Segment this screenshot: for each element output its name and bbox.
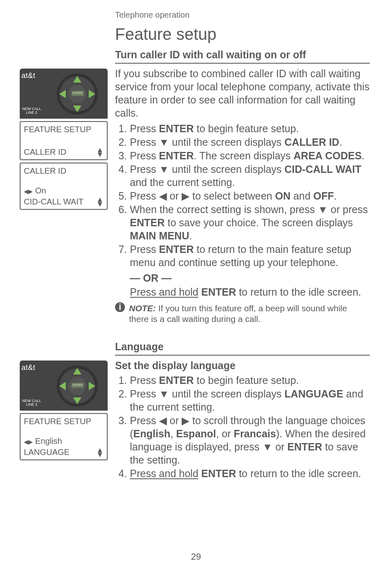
lcd-line: CALLER ID <box>24 147 66 158</box>
phone-illustration: at&t NEW CALLLINE 2 <box>20 361 108 411</box>
up-down-icon: ▲▼ <box>96 198 104 207</box>
lcd-screen-language: FEATURE SETUP ◀▶ English LANGUAGE ▲▼ <box>20 413 108 460</box>
step: When the correct setting is shown, press… <box>130 203 370 242</box>
lcd-line: FEATURE SETUP <box>24 124 104 135</box>
line-button-label: NEW CALLLINE 2 <box>22 107 41 115</box>
left-right-icon: ◀▶ <box>24 439 33 445</box>
step: Press ENTER to begin feature setup. <box>130 122 370 135</box>
subsection-heading: Set the display language <box>115 359 370 372</box>
nav-up-icon <box>73 368 81 374</box>
step: Press ENTER to begin feature setup. <box>130 374 370 387</box>
nav-left-icon <box>59 90 66 98</box>
lcd-line: English <box>35 436 62 446</box>
step: Press ◀ or ▶ to scroll through the langu… <box>130 414 370 466</box>
nav-down-icon <box>73 397 81 404</box>
lcd-line: CALLER ID <box>24 166 104 177</box>
nav-right-icon <box>89 90 95 98</box>
left-right-icon: ◀▶ <box>24 188 33 195</box>
line-button-label: NEW CALLLINE 2 <box>22 399 41 407</box>
up-down-icon: ▲▼ <box>96 448 104 457</box>
note-block: i NOTE: If you turn this feature off, a … <box>115 303 370 325</box>
up-down-icon: ▲▼ <box>96 148 104 157</box>
step: Press ENTER to return to the main featur… <box>130 243 370 299</box>
nav-up-icon <box>73 76 81 83</box>
step: Press ▼ until the screen displays LANGUA… <box>130 387 370 413</box>
nav-down-icon <box>73 106 81 112</box>
note-text: If you turn this feature off, a beep wil… <box>129 303 347 324</box>
lcd-screen-feature-setup: FEATURE SETUP CALLER ID ▲▼ <box>20 121 108 160</box>
phone-illustration: at&t NEW CALLLINE 2 <box>20 69 108 119</box>
step: Press and hold ENTER to return to the id… <box>130 467 370 480</box>
navigation-dpad <box>57 365 98 407</box>
nav-right-icon <box>89 382 95 390</box>
brand-logo: at&t <box>21 363 35 372</box>
page-number: 29 <box>0 551 392 563</box>
info-icon: i <box>115 302 125 312</box>
page-title: Feature setup <box>115 24 370 45</box>
note-label: NOTE: <box>129 303 156 313</box>
step: Press ▼ until the screen displays CID-CA… <box>130 163 370 189</box>
step: Press ENTER. The screen displays AREA CO… <box>130 149 370 162</box>
lcd-line: FEATURE SETUP <box>24 416 104 427</box>
section-heading-language: Language <box>115 340 370 356</box>
lcd-line: CID-CALL WAIT <box>24 197 83 207</box>
brand-logo: at&t <box>21 71 35 80</box>
lcd-screen-caller-id: CALLER ID ◀▶ On CID-CALL WAIT ▲▼ <box>20 163 108 210</box>
step: Press ▼ until the screen displays CALLER… <box>130 136 370 149</box>
section-heading-cid: Turn caller ID with call waiting on or o… <box>115 48 370 64</box>
or-divider: — OR — <box>130 271 370 285</box>
intro-paragraph: If you subscribe to combined caller ID w… <box>115 67 370 119</box>
steps-list-language: Press ENTER to begin feature setup. Pres… <box>115 374 370 480</box>
nav-left-icon <box>59 382 66 390</box>
lcd-line: On <box>35 186 46 195</box>
lcd-line: LANGUAGE <box>24 447 69 458</box>
navigation-dpad <box>57 74 98 115</box>
steps-list-cid: Press ENTER to begin feature setup. Pres… <box>115 122 370 299</box>
category-label: Telephone operation <box>115 10 370 21</box>
step: Press ◀ or ▶ to select between ON and OF… <box>130 189 370 202</box>
